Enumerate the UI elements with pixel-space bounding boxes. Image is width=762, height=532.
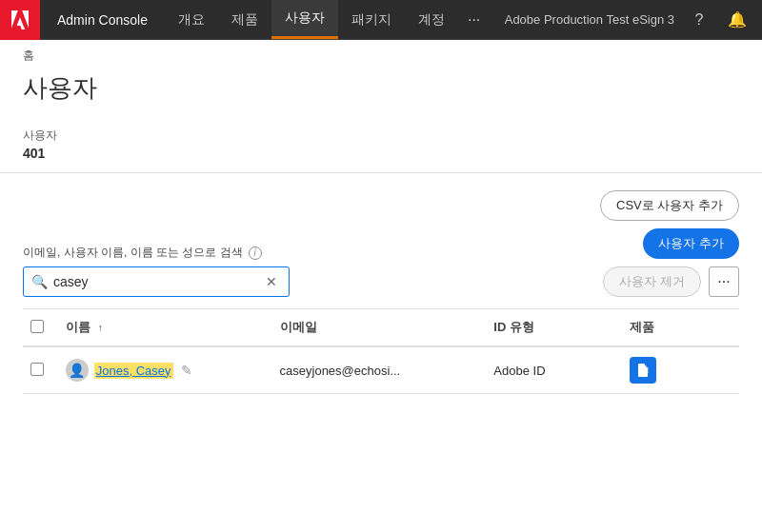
nav-item-billing[interactable]: 계정 <box>405 0 458 39</box>
col-header-product: 제품 <box>622 309 739 347</box>
row-product: PDF <box>622 346 739 394</box>
row-idtype: Adobe ID <box>486 346 622 394</box>
toolbar-left: 이메일, 사용자 이름, 이름 또는 성으로 검색 i 🔍 ✕ <box>23 245 589 297</box>
table-row: 👤 Jones, Casey ✎ caseyjones@echosi... Ad… <box>23 346 739 394</box>
nav-more-button[interactable]: ··· <box>458 11 490 29</box>
help-icon-button[interactable]: ? <box>686 7 712 33</box>
sort-icon-name: ↑ <box>97 322 103 333</box>
search-label: 이메일, 사용자 이름, 이름 또는 성으로 검색 i <box>23 245 589 261</box>
row-name: 👤 Jones, Casey ✎ <box>58 346 272 394</box>
user-name-cell: 👤 Jones, Casey ✎ <box>66 359 265 382</box>
nav-item-packages[interactable]: 패키지 <box>338 0 405 39</box>
svg-text:PDF: PDF <box>639 369 649 375</box>
col-header-name[interactable]: 이름 ↑ <box>58 309 272 347</box>
search-clear-button[interactable]: ✕ <box>262 272 281 291</box>
page-title: 사용자 <box>23 71 739 105</box>
stats-row: 사용자 401 <box>0 116 762 173</box>
row-email: caseyjones@echosi... <box>272 346 487 394</box>
toolbar: 이메일, 사용자 이름, 이름 또는 성으로 검색 i 🔍 ✕ CSV로 사용자… <box>0 173 762 308</box>
add-user-button[interactable]: 사용자 추가 <box>643 228 739 259</box>
row-check <box>23 346 58 394</box>
col-header-idtype: ID 유형 <box>486 309 622 347</box>
search-box: 🔍 ✕ <box>23 266 290 297</box>
search-input[interactable] <box>53 274 262 289</box>
notifications-icon-button[interactable]: 🔔 <box>724 7 751 33</box>
user-action-icon[interactable]: ✎ <box>181 363 192 378</box>
user-avatar: 👤 <box>66 359 89 382</box>
nav-right: Adobe Production Test eSign 3 ? 🔔 <box>505 7 762 33</box>
nav-item-products[interactable]: 제품 <box>218 0 271 39</box>
right-buttons-row: 사용자 제거 ··· <box>603 266 739 297</box>
users-table: 이름 ↑ 이메일 ID 유형 제품 <box>23 308 739 394</box>
table-header-row: 이름 ↑ 이메일 ID 유형 제품 <box>23 309 739 347</box>
search-info-icon[interactable]: i <box>249 246 262 260</box>
adobe-logo[interactable] <box>0 0 40 40</box>
breadcrumb: 홈 <box>0 40 762 68</box>
org-name: Adobe Production Test eSign 3 <box>505 12 674 27</box>
nav-brand: Admin Console <box>40 12 165 28</box>
product-icon-acrobat[interactable]: PDF <box>630 357 656 384</box>
stat-value: 401 <box>23 146 739 161</box>
search-icon: 🔍 <box>31 274 48 289</box>
top-nav: Admin Console 개요 제품 사용자 패키지 계정 ··· Adobe… <box>0 0 762 40</box>
nav-item-overview[interactable]: 개요 <box>165 0 218 39</box>
more-options-button[interactable]: ··· <box>709 266 739 297</box>
nav-items: 개요 제품 사용자 패키지 계정 ··· <box>165 0 490 39</box>
remove-user-button[interactable]: 사용자 제거 <box>603 266 701 297</box>
row-checkbox[interactable] <box>30 363 44 376</box>
select-all-checkbox[interactable] <box>30 320 44 333</box>
col-header-email: 이메일 <box>272 309 487 347</box>
table-container: 이름 ↑ 이메일 ID 유형 제품 <box>0 308 762 394</box>
col-header-check <box>23 309 58 347</box>
csv-add-user-button[interactable]: CSV로 사용자 추가 <box>600 190 739 221</box>
user-name-link[interactable]: Jones, Casey <box>94 363 173 379</box>
page-header: 사용자 <box>0 68 762 116</box>
stat-label: 사용자 <box>23 128 739 144</box>
nav-item-users[interactable]: 사용자 <box>271 0 338 39</box>
toolbar-right: CSV로 사용자 추가 사용자 추가 사용자 제거 ··· <box>600 190 739 297</box>
